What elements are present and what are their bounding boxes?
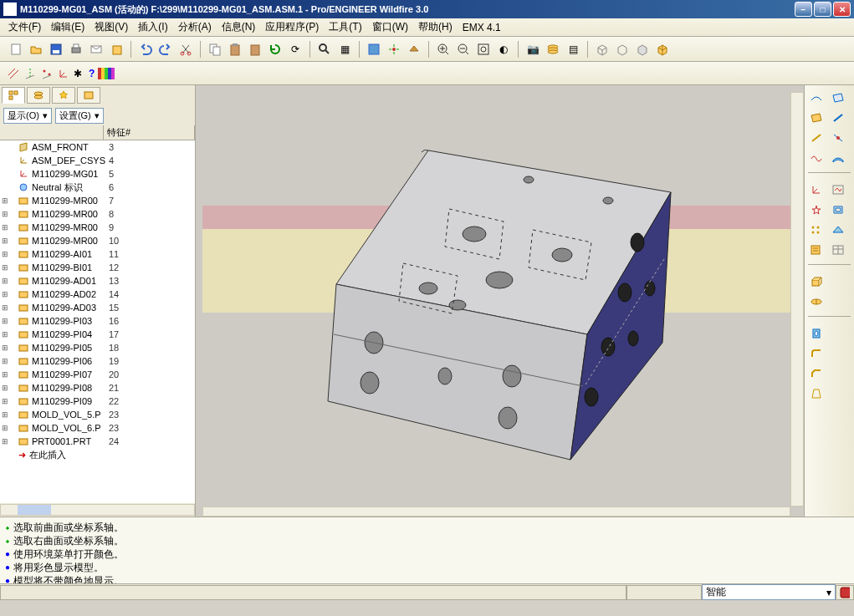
saved-view-button[interactable]: 📷 [524, 40, 542, 59]
tree-row[interactable]: ⊞M110299-MR008 [0, 207, 176, 221]
tree-row[interactable]: ⊞M110299-PI0922 [0, 395, 176, 408]
zoomout-button[interactable] [454, 40, 473, 59]
minimize-button[interactable]: − [795, 2, 812, 17]
expand-icon[interactable]: ⊞ [0, 237, 10, 245]
viewport-h-scrollbar[interactable] [202, 507, 790, 517]
tree-row[interactable]: ⊞M110299-MR0010 [0, 234, 176, 247]
undo-button[interactable] [136, 40, 155, 59]
menu-item[interactable]: EMX 4.1 [458, 20, 506, 35]
cut-button[interactable] [176, 40, 195, 59]
tree-row[interactable]: ⊞MOLD_VOL_6.P23 [0, 421, 176, 435]
expand-icon[interactable]: ⊞ [0, 250, 10, 258]
hole-button[interactable] [806, 324, 826, 343]
new-button[interactable] [7, 40, 25, 59]
wireframe-button[interactable] [593, 40, 611, 59]
tree-row[interactable]: M110299-MG015 [0, 167, 176, 181]
menu-item[interactable]: 窗口(W) [367, 18, 413, 36]
copy-button[interactable] [206, 40, 224, 59]
tree-row[interactable]: ⊞M110299-MR007 [0, 194, 176, 207]
surf-button[interactable] [828, 149, 848, 167]
viewport-v-scrollbar[interactable] [790, 92, 804, 507]
tree-row[interactable]: ⊞MOLD_VOL_5.P23 [0, 408, 176, 421]
expand-icon[interactable]: ⊞ [0, 370, 10, 379]
tree-row[interactable]: ⊞M110299-BI0112 [0, 261, 176, 274]
note-button[interactable] [806, 241, 826, 259]
email-button[interactable] [87, 40, 105, 59]
expand-icon[interactable]: ⊞ [0, 210, 10, 218]
expand-icon[interactable]: ⊞ [0, 303, 10, 312]
refit-button[interactable] [474, 40, 493, 59]
line-button[interactable] [806, 129, 826, 147]
spin-center-button[interactable] [385, 40, 403, 59]
save-copy-button[interactable] [107, 40, 125, 59]
spline-button[interactable] [806, 149, 826, 167]
tree-tab-model[interactable] [2, 87, 25, 104]
table-button[interactable] [828, 241, 848, 259]
tree-row[interactable]: ⊞M110299-PI0417 [0, 328, 176, 341]
pattern-button[interactable] [806, 221, 826, 239]
regenerate-button[interactable] [266, 40, 284, 59]
expand-icon[interactable]: ⊞ [0, 317, 10, 325]
tree-row[interactable]: ⊞M110299-AD0113 [0, 274, 176, 288]
expand-icon[interactable]: ⊞ [0, 277, 10, 285]
expand-icon[interactable]: ⊞ [0, 357, 10, 365]
select-button[interactable]: ▦ [335, 40, 354, 59]
sketch-curve-button[interactable] [806, 89, 826, 107]
zoomin-button[interactable] [434, 40, 453, 59]
selection-filter-dropdown[interactable]: 智能 ▾ [702, 584, 836, 600]
menu-item[interactable]: 应用程序(P) [260, 18, 324, 36]
tree-row[interactable]: ⊞M110299-AD0315 [0, 301, 176, 314]
plane-button[interactable] [828, 89, 848, 107]
datum-plane-button[interactable] [7, 67, 20, 80]
revolve-button[interactable] [806, 293, 826, 311]
chamfer-button[interactable] [806, 364, 826, 383]
menu-item[interactable]: 编辑(E) [46, 18, 89, 36]
point2-button[interactable] [828, 129, 848, 147]
expand-icon[interactable]: ⊞ [0, 196, 10, 205]
nohidden-button[interactable] [633, 40, 652, 59]
tree-row[interactable]: ⊞M110299-PI0518 [0, 341, 176, 354]
tree-tab-4[interactable] [77, 87, 100, 104]
csys2-button[interactable] [806, 181, 826, 199]
status-stop-button[interactable] [836, 585, 854, 600]
find-button[interactable] [315, 40, 334, 59]
tree-row[interactable]: ASM_DEF_CSYS4 [0, 154, 176, 167]
datum-point-button[interactable] [40, 67, 54, 80]
tree-row[interactable]: ASM_FRONT3 [0, 140, 176, 154]
save-button[interactable] [47, 40, 65, 59]
tree-tab-layer[interactable] [27, 87, 50, 104]
view-manager-button[interactable]: ▤ [564, 40, 582, 59]
csys-button[interactable] [57, 67, 70, 80]
round-button[interactable] [806, 344, 826, 363]
plane2-button[interactable] [806, 109, 826, 127]
expand-icon[interactable]: ⊞ [0, 223, 10, 232]
menu-item[interactable]: 工具(T) [324, 18, 366, 36]
fill-button[interactable] [828, 221, 848, 239]
menu-item[interactable]: 视图(V) [89, 18, 133, 36]
star-button[interactable] [806, 201, 826, 219]
close-button[interactable]: ✕ [833, 2, 851, 17]
tree-row[interactable]: ⊞M110299-PI0619 [0, 354, 176, 368]
expand-icon[interactable]: ⊞ [0, 290, 10, 298]
tree-row[interactable]: ⊞M110299-PI0821 [0, 381, 176, 395]
expand-icon[interactable]: ⊞ [0, 344, 10, 352]
expand-icon[interactable]: ⊞ [0, 384, 10, 392]
tree-h-scrollbar[interactable] [0, 503, 195, 517]
expand-icon[interactable]: ⊞ [0, 437, 10, 445]
annot-button[interactable]: ✱ [74, 68, 82, 79]
draft-button[interactable] [806, 384, 826, 403]
offset-button[interactable] [828, 201, 848, 219]
repaint-button[interactable] [365, 40, 383, 59]
redo-button[interactable] [156, 40, 175, 59]
expand-icon[interactable]: ⊞ [0, 397, 10, 405]
menu-item[interactable]: 分析(A) [173, 18, 217, 36]
expand-icon[interactable]: ⊞ [0, 424, 10, 432]
menu-item[interactable]: 插入(I) [133, 18, 172, 36]
axis-button[interactable] [828, 109, 848, 127]
tree-tab-fav[interactable] [52, 87, 75, 104]
menu-item[interactable]: 文件(F) [3, 18, 46, 36]
paste-button[interactable] [226, 40, 244, 59]
analysis-button[interactable] [828, 181, 848, 199]
tree-row[interactable]: ⊞M110299-AI0111 [0, 247, 176, 261]
expand-icon[interactable]: ⊞ [0, 410, 10, 419]
